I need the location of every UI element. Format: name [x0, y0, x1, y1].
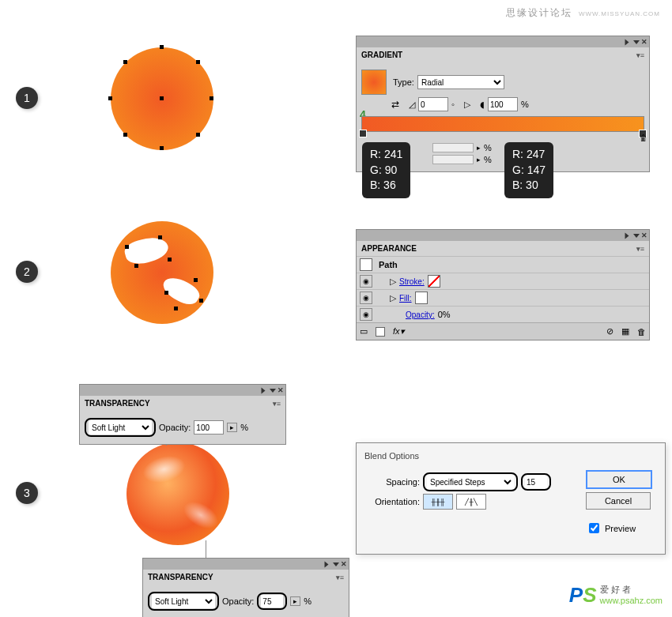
- panel-menu-icon[interactable]: ▾≡: [336, 574, 344, 581]
- blend-options-dialog: Blend Options Spacing: Specified Steps O…: [356, 442, 666, 555]
- panel-tabs[interactable]: ✕: [357, 230, 649, 241]
- close-icon: ✕: [641, 38, 647, 46]
- appearance-fill-row[interactable]: ◉▷Fill:: [357, 289, 649, 306]
- panel-menu-icon[interactable]: ▾≡: [273, 400, 281, 408]
- orientation-align-page[interactable]: ╫╫╫: [423, 494, 453, 510]
- cancel-button[interactable]: Cancel: [586, 492, 651, 510]
- panel-tabs[interactable]: ✕: [357, 36, 649, 47]
- panel-tabs[interactable]: ✕: [80, 385, 285, 396]
- ok-button[interactable]: OK: [586, 470, 652, 489]
- rgb-readout-right: R: 247G: 147B: 30: [504, 142, 553, 198]
- transparency-panel-bottom: ✕ TRANSPARENCY▾≡ Soft Light Opacity: ▸ %: [142, 558, 349, 617]
- close-icon: ✕: [277, 386, 284, 394]
- gradient-slider[interactable]: [361, 116, 644, 132]
- watermark: PS 爱 好 者www.psahz.com: [569, 583, 663, 608]
- blend-mode-select[interactable]: Soft Light: [89, 420, 152, 435]
- gradient-type-select[interactable]: Radial: [417, 75, 504, 89]
- angle-input[interactable]: [418, 97, 448, 111]
- shape-circle-3: [126, 442, 229, 545]
- header: 思缘设计论坛WWW.MISSYUAN.COM: [506, 6, 660, 20]
- panel-tabs[interactable]: ✕: [143, 559, 349, 570]
- appearance-panel-title: APPEARANCE▾≡: [357, 241, 649, 256]
- opacity-input-bottom[interactable]: [261, 595, 283, 608]
- trash-icon[interactable]: 🗑: [640, 134, 647, 142]
- appearance-panel: ✕ APPEARANCE▾≡ Path ◉▷Stroke: ◉▷Fill: ◉O…: [356, 229, 650, 340]
- step-badge-3: 3: [16, 482, 38, 504]
- blend-mode-select[interactable]: Soft Light: [152, 594, 215, 608]
- preview-checkbox[interactable]: [589, 523, 599, 533]
- new-icon[interactable]: ▦: [621, 326, 629, 337]
- close-icon: ✕: [641, 231, 647, 239]
- no-select-icon[interactable]: ▭: [360, 326, 368, 337]
- type-label: Type:: [393, 77, 414, 87]
- gradient-swatch[interactable]: [361, 70, 387, 95]
- orientation-align-path[interactable]: ╱╫╲: [456, 494, 486, 510]
- panel-menu-icon[interactable]: ▾≡: [636, 51, 644, 59]
- fx-icon[interactable]: fx▾: [393, 326, 405, 337]
- no-stroke-icon: [428, 275, 440, 288]
- appearance-stroke-row[interactable]: ◉▷Stroke:: [357, 273, 649, 289]
- transparency-title: TRANSPARENCY: [148, 573, 213, 581]
- step-badge-1: 1: [16, 87, 38, 109]
- transparency-title: TRANSPARENCY: [85, 399, 150, 408]
- appearance-path: Path: [379, 260, 398, 269]
- reverse-icon[interactable]: ⇄: [391, 99, 399, 110]
- transparency-panel-top: ✕ TRANSPARENCY▾≡ Soft Light Opacity: ▸ %: [79, 384, 286, 445]
- trash-icon[interactable]: 🗑: [637, 327, 646, 337]
- gradient-panel-title: GRADIENT▾≡: [357, 47, 649, 62]
- gradient-stop-left[interactable]: [359, 130, 367, 137]
- spacing-select[interactable]: Specified Steps: [427, 475, 514, 489]
- opacity-input-top[interactable]: [194, 420, 224, 435]
- gradient-circle: [111, 47, 213, 150]
- rgb-readout-left: R: 241G: 90B: 36: [362, 142, 410, 198]
- dialog-title: Blend Options: [364, 451, 657, 461]
- visibility-icon: ◉: [360, 275, 372, 288]
- panel-menu-icon[interactable]: ▾≡: [636, 245, 644, 253]
- visibility-icon: ◉: [360, 292, 372, 304]
- ratio-input[interactable]: [488, 97, 518, 111]
- visibility-icon: ◉: [360, 308, 372, 321]
- steps-input[interactable]: [525, 476, 547, 488]
- appearance-opacity-row[interactable]: ◉Opacity:0%: [357, 306, 649, 322]
- shape-circle-2: [111, 221, 213, 324]
- close-icon: ✕: [341, 560, 347, 568]
- step-badge-2: 2: [16, 261, 38, 283]
